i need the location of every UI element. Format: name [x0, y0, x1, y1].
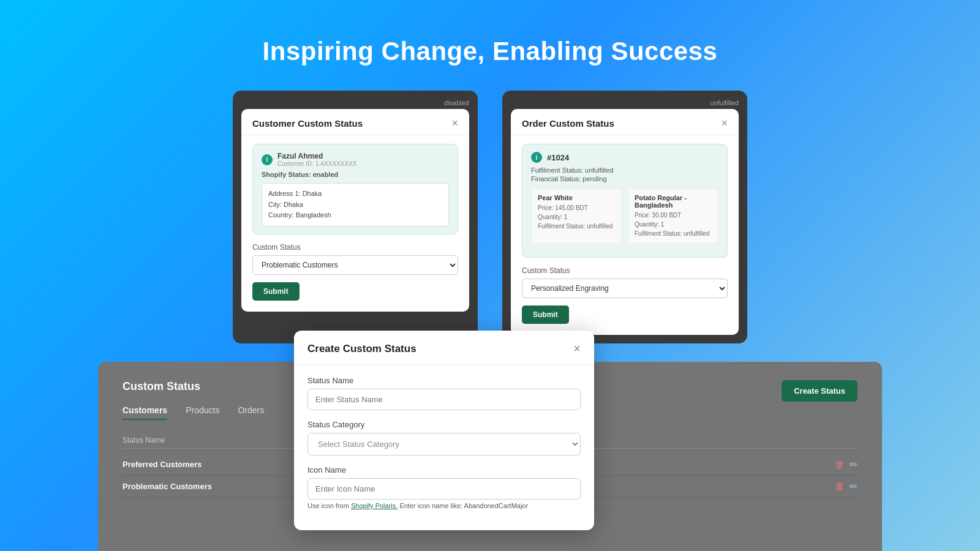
create-status-button[interactable]: Create Status	[782, 380, 858, 402]
create-modal-body: Status Name Status Category Select Statu…	[294, 365, 594, 530]
customer-id: Customer ID: 1-4XXXXXXXX	[277, 160, 357, 167]
customer-custom-status-label: Custom Status	[252, 243, 458, 252]
order-info-icon: i	[531, 152, 542, 163]
status-name-input[interactable]	[307, 389, 581, 410]
customer-card-status-label: disabled	[241, 99, 469, 107]
customer-shopify-status: Shopify Status: enabled	[262, 171, 449, 178]
icon-name-label: Icon Name	[307, 465, 581, 474]
tab-orders[interactable]: Orders	[238, 405, 264, 420]
customer-info-icon: i	[262, 154, 273, 165]
customer-address-title: Address 1: Dhaka	[268, 189, 442, 200]
delete-problematic-icon[interactable]: 🗑	[835, 481, 845, 492]
order-item-1-fulfillment: Fulfilment Status: unfulfilled	[538, 222, 615, 231]
order-item-2-fulfillment: Fulfilment Status: unfulfilled	[635, 229, 712, 238]
create-modal-title: Create Custom Status	[307, 343, 417, 355]
status-name-group: Status Name	[307, 376, 581, 410]
cards-row: disabled Customer Custom Status × i Fazu…	[0, 91, 980, 343]
order-info-box: i #1024 Fulfilment Status: unfulfilled F…	[522, 144, 728, 258]
customer-submit-button[interactable]: Submit	[252, 282, 300, 301]
icon-name-group: Icon Name Use icon from Shopify Polaris.…	[307, 465, 581, 509]
order-custom-status-select[interactable]: Personalized Engraving	[522, 279, 728, 298]
customer-modal-body: i Fazul Ahmed Customer ID: 1-4XXXXXXXX S…	[241, 135, 469, 312]
customer-address-box: Address 1: Dhaka City: Dhaka Country: Ba…	[262, 183, 449, 227]
row-preferred-actions: 🗑 ✏	[835, 459, 858, 470]
customer-country: Country: Bangladesh	[268, 210, 442, 221]
customer-name: Fazul Ahmed	[277, 152, 357, 160]
row-preferred-customers: Preferred Customers	[123, 460, 202, 469]
order-info-header: i #1024	[531, 152, 718, 163]
order-modal-body: i #1024 Fulfilment Status: unfulfilled F…	[511, 135, 739, 335]
status-category-group: Status Category Select Status Category C…	[307, 420, 581, 455]
tab-customers[interactable]: Customers	[123, 405, 167, 420]
delete-preferred-icon[interactable]: 🗑	[835, 459, 845, 470]
create-custom-status-modal: Create Custom Status × Status Name Statu…	[294, 331, 594, 530]
order-modal-title: Order Custom Status	[522, 118, 614, 129]
order-item-1: Pear White Price: 145.00 BDT Quantity: 1…	[531, 189, 622, 244]
hero-section: Inspiring Change, Enabling Success	[0, 0, 980, 91]
customer-info-header: i Fazul Ahmed Customer ID: 1-4XXXXXXXX	[262, 152, 449, 167]
order-modal-inner: Order Custom Status × i #1024 Fulfilment…	[511, 109, 739, 335]
order-modal-card: unfulfilled Order Custom Status × i #102…	[502, 91, 747, 343]
icon-name-input[interactable]	[307, 478, 581, 500]
customer-modal-close-button[interactable]: ×	[451, 118, 458, 129]
status-category-label: Status Category	[307, 420, 581, 429]
order-custom-status-label: Custom Status	[522, 266, 728, 275]
order-item-1-price: Price: 145.00 BDT	[538, 203, 615, 212]
order-card-status-label: unfulfilled	[511, 99, 739, 107]
create-modal-header: Create Custom Status ×	[294, 331, 594, 365]
status-category-select[interactable]: Select Status Category Customers Product…	[307, 433, 581, 455]
order-item-1-name: Pear White	[538, 194, 615, 201]
tab-products[interactable]: Products	[186, 405, 219, 420]
edit-problematic-icon[interactable]: ✏	[850, 481, 858, 492]
order-financial-status: Financial Status: pending	[531, 175, 718, 182]
order-modal-close-button[interactable]: ×	[721, 118, 728, 129]
customer-modal-inner: Customer Custom Status × i Fazul Ahmed C…	[241, 109, 469, 312]
customer-modal-header: Customer Custom Status ×	[241, 109, 469, 135]
edit-preferred-icon[interactable]: ✏	[850, 459, 858, 470]
customer-modal-title: Customer Custom Status	[252, 118, 363, 129]
order-item-2-qty: Quantity: 1	[635, 220, 712, 229]
status-name-label: Status Name	[307, 376, 581, 385]
order-item-2: Potato Regular - Bangladesh Price: 30.00…	[628, 189, 718, 244]
row-problematic-customers: Problematic Customers	[123, 482, 212, 491]
icon-hint: Use icon from Shopify Polaris. Enter ico…	[307, 502, 581, 509]
order-item-2-price: Price: 30.00 BDT	[635, 211, 712, 220]
order-item-2-name: Potato Regular - Bangladesh	[635, 194, 712, 209]
shopify-polaris-link[interactable]: Shopify Polaris.	[351, 502, 398, 509]
row-problematic-actions: 🗑 ✏	[835, 481, 858, 492]
order-fulfillment-status: Fulfilment Status: unfulfilled	[531, 167, 718, 174]
customer-city: City: Dhaka	[268, 200, 442, 211]
create-modal-close-button[interactable]: ×	[573, 342, 581, 356]
order-modal-header: Order Custom Status ×	[511, 109, 739, 135]
customer-custom-status-select[interactable]: Problematic Customers	[252, 255, 458, 275]
customer-modal-card: disabled Customer Custom Status × i Fazu…	[233, 91, 478, 343]
order-item-1-qty: Quantity: 1	[538, 212, 615, 222]
customer-info-box: i Fazul Ahmed Customer ID: 1-4XXXXXXXX S…	[252, 144, 458, 234]
order-id: #1024	[547, 153, 569, 162]
hero-title: Inspiring Change, Enabling Success	[0, 37, 980, 66]
order-items-row: Pear White Price: 145.00 BDT Quantity: 1…	[531, 189, 718, 244]
order-submit-button[interactable]: Submit	[522, 305, 569, 324]
